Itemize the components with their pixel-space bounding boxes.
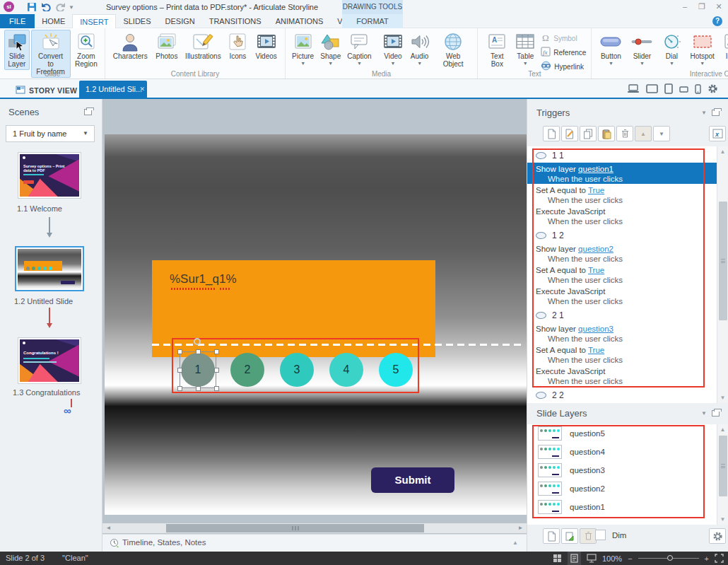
resize-handle[interactable] (214, 368, 219, 373)
scroll-down-icon[interactable]: ▼ (717, 516, 728, 523)
tab-home[interactable]: HOME (35, 14, 72, 28)
float-panel-icon[interactable] (712, 410, 720, 417)
choice-circle-4[interactable]: 4 (329, 353, 363, 387)
slide-label-1-2[interactable]: 1.2 Untitled Slide (14, 297, 73, 305)
ribbon-button-reference[interactable]: fxReference (541, 47, 586, 58)
trigger-group-header[interactable]: 1 2 (527, 228, 717, 243)
scene-link-icon[interactable]: ∞ (64, 404, 71, 417)
ribbon-button-input[interactable]: Input▼ (720, 30, 728, 68)
scroll-down-icon[interactable]: ▼ (717, 395, 728, 401)
edit-trigger-button[interactable] (561, 126, 578, 141)
tab-format[interactable]: FORMAT (342, 14, 403, 28)
slide-label-1-3[interactable]: 1.3 Congratulations (13, 388, 80, 397)
timeline-states-notes-bar[interactable]: Timeline, States, Notes ▲ (102, 534, 527, 552)
trigger-item[interactable]: Set A equal to TrueWhen the user clicks (527, 344, 717, 365)
tab-slide-1-2[interactable]: 1.2 Untitled Sli... ✕ (79, 81, 147, 98)
trigger-item[interactable]: Show layer question2When the user clicks (527, 243, 717, 264)
ribbon-button-photos[interactable]: Photos (152, 30, 181, 62)
help-icon[interactable]: ? (712, 16, 722, 26)
trigger-link[interactable]: True (588, 186, 604, 194)
ribbon-button-video[interactable]: Video▼ (380, 30, 406, 68)
move-trigger-down-button[interactable]: ▼ (653, 126, 670, 141)
laptop-icon[interactable] (627, 84, 640, 95)
scrollbar-thumb[interactable] (166, 524, 424, 532)
ribbon-button-web-object[interactable]: Web Object (433, 30, 473, 70)
float-panel-icon[interactable] (712, 110, 720, 116)
delete-layer-button[interactable] (580, 528, 597, 544)
slide-thumbnail-1-3[interactable]: Congratulations ! (18, 337, 81, 384)
ribbon-button-audio[interactable]: Audio▼ (407, 30, 432, 68)
ribbon-button-icons[interactable]: Icons (225, 30, 250, 62)
collapse-panel-icon[interactable]: ▲ (512, 540, 518, 546)
tablet-portrait-icon[interactable] (664, 83, 673, 95)
ribbon-button-shape[interactable]: Shape▼ (317, 30, 344, 68)
tab-insert[interactable]: INSERT (72, 14, 116, 28)
panel-menu-icon[interactable]: ▼ (701, 110, 707, 116)
trigger-link[interactable]: question1 (578, 165, 613, 173)
trigger-item[interactable]: Execute JavaScriptWhen the user clicks (527, 205, 717, 226)
canvas-horizontal-scrollbar[interactable]: ◄ ► (102, 523, 527, 533)
trigger-link[interactable]: question3 (578, 325, 613, 333)
ribbon-button-caption[interactable]: Caption▼ (345, 30, 374, 68)
ribbon-button-symbol[interactable]: ΩSymbol (541, 33, 586, 44)
new-trigger-button[interactable] (543, 126, 560, 141)
scroll-up-icon[interactable]: ▲ (717, 426, 728, 433)
fit-to-window-icon[interactable] (715, 552, 724, 565)
trigger-item[interactable]: Execute JavaScriptWhen the user clicks (527, 285, 717, 306)
layer-settings-gear-icon[interactable] (709, 528, 726, 544)
preview-slide-icon[interactable] (587, 552, 597, 565)
panel-menu-icon[interactable]: ▼ (701, 410, 707, 417)
gear-icon[interactable] (708, 83, 718, 95)
notes-view-icon[interactable] (568, 552, 581, 565)
move-trigger-up-button[interactable]: ▲ (635, 126, 652, 141)
paste-trigger-button[interactable] (598, 126, 615, 141)
slide-stage[interactable]: %Sur1_q1% 12345 Submit (105, 134, 527, 515)
trigger-item[interactable]: Show layer question3When the user clicks (527, 322, 717, 344)
resize-handle[interactable] (214, 386, 219, 391)
choice-circle-3[interactable]: 3 (280, 353, 314, 387)
dim-checkbox[interactable] (595, 530, 606, 540)
trigger-group-header[interactable]: 2 2 (527, 388, 717, 402)
resize-handle[interactable] (177, 368, 182, 373)
ribbon-button-videos[interactable]: Videos (252, 30, 280, 62)
trigger-item[interactable]: Set A equal to TrueWhen the user clicks (527, 264, 717, 285)
trigger-group-header[interactable]: 1 1 (527, 148, 717, 163)
float-panel-icon[interactable] (84, 109, 92, 115)
slide-label-1-1[interactable]: 1.1 Welcome (17, 204, 62, 213)
manage-variables-button[interactable]: x (709, 126, 726, 141)
ribbon-button-button[interactable]: Button▼ (596, 30, 626, 68)
slide-layer-item-question5[interactable]: question5 (527, 424, 717, 443)
scroll-right-icon[interactable]: ► (516, 523, 525, 533)
scroll-left-icon[interactable]: ◄ (104, 523, 113, 533)
question-variable-text[interactable]: %Sur1_q1% (170, 272, 237, 286)
selection-bounding-box[interactable] (180, 351, 216, 388)
tab-story-view[interactable]: STORY VIEW (10, 83, 83, 98)
slide-layer-item-question2[interactable]: question2 (527, 479, 717, 498)
ribbon-button-picture[interactable]: Picture▼ (290, 30, 317, 68)
delete-trigger-button[interactable] (616, 126, 633, 141)
trigger-item[interactable]: Execute JavaScriptWhen the user clicks (527, 365, 717, 386)
ribbon-button-characters[interactable]: Characters (110, 30, 151, 62)
copy-trigger-button[interactable] (580, 126, 597, 141)
monitor-icon[interactable] (646, 84, 658, 95)
close-tab-icon[interactable]: ✕ (139, 81, 145, 98)
scene-selector-dropdown[interactable]: 1 Fruit by name ▼ (6, 125, 95, 142)
trigger-link[interactable]: True (588, 346, 604, 354)
tab-design[interactable]: DESIGN (158, 14, 202, 28)
choice-circle-5[interactable]: 5 (379, 353, 413, 387)
trigger-item[interactable]: Show layer question1When the user clicks (527, 163, 717, 184)
duplicate-layer-button[interactable] (561, 528, 578, 544)
trigger-item[interactable]: Set A equal to TrueWhen the user clicks (527, 184, 717, 205)
ribbon-button-dial[interactable]: Dial▼ (658, 30, 685, 68)
resize-handle[interactable] (177, 349, 182, 354)
resize-handle[interactable] (196, 349, 201, 354)
scroll-up-icon[interactable]: ▲ (717, 148, 728, 155)
zoom-slider-thumb[interactable] (667, 555, 673, 561)
slide-layer-item-question3[interactable]: question3 (527, 461, 717, 479)
tab-transitions[interactable]: TRANSITIONS (202, 14, 269, 28)
tab-file[interactable]: FILE (0, 14, 35, 28)
minimize-button[interactable]: – (679, 1, 691, 11)
slide-thumbnail-1-1[interactable]: Survey options – Print data to PDF (18, 152, 81, 199)
scrollbar-thumb[interactable] (719, 436, 727, 496)
grid-view-icon[interactable] (553, 552, 562, 565)
